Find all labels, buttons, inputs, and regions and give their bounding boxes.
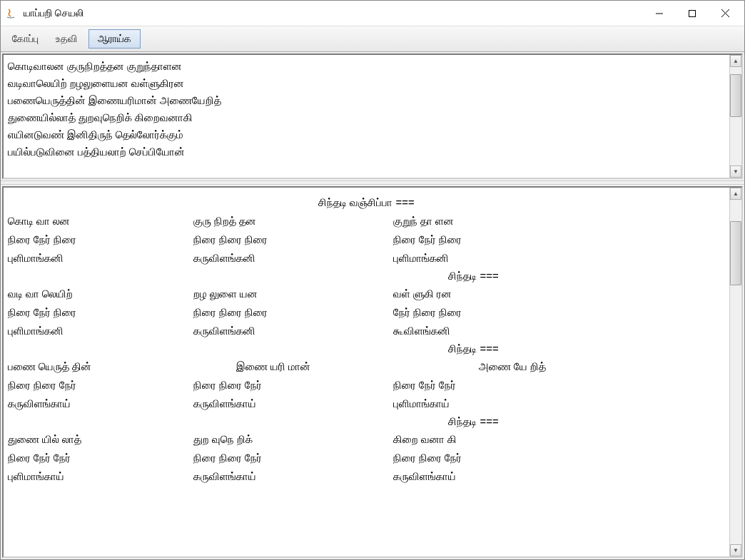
scroll-up-button[interactable]: ▲	[730, 188, 741, 200]
scroll-track[interactable]	[730, 200, 741, 544]
analysis-row: நிரை நேர் நேர்நிரை நிரை நேர்நிரை நிரை நே…	[8, 449, 725, 467]
titlebar: யாப்பறி செயலி	[1, 1, 744, 26]
window-controls	[643, 3, 741, 24]
analysis-cell: கூவிளங்கனி	[393, 322, 725, 340]
analysis-row: கருவிளங்காய்கருவிளங்காய்புளிமாங்காய்	[8, 394, 725, 413]
scroll-up-button[interactable]: ▲	[730, 55, 741, 67]
scroll-down-button[interactable]: ▼	[730, 166, 741, 178]
analysis-row: புளிமாங்கனிகருவிளங்கனிகூவிளங்கனி	[8, 322, 725, 340]
input-pane: கொடிவாலன குருநிறத்தன குறுந்தாளன வடிவாலெய…	[2, 54, 743, 179]
analysis-cell: நேர் நிரை நிரை	[393, 304, 725, 321]
analysis-cell: துணை யில் லாத்	[8, 431, 193, 448]
application-window: யாப்பறி செயலி கோப்பு உதவி ஆராய்க கொடிவால…	[0, 0, 745, 560]
analysis-cell: நிரை நிரை நிரை	[193, 304, 393, 321]
analysis-row: கொடி வா லனகுரு நிறத் தனகுறுந் தா ளன	[8, 212, 725, 230]
analysis-row: புளிமாங்கனிகருவிளங்கனிபுளிமாங்கனி	[8, 249, 725, 268]
svg-rect-1	[689, 10, 696, 16]
java-app-icon	[4, 6, 18, 21]
analysis-cell: நிரை நேர் நிரை	[8, 304, 193, 321]
scroll-track[interactable]	[730, 67, 741, 166]
analysis-cell: நிரை நிரை நேர்	[193, 377, 393, 394]
scroll-down-button[interactable]: ▼	[730, 544, 741, 556]
close-button[interactable]	[709, 3, 741, 24]
toolbar: கோப்பு உதவி ஆராய்க	[1, 26, 744, 52]
analysis-cell: கருவிளங்கனி	[193, 250, 393, 267]
analysis-cell: கருவிளங்காய்	[393, 468, 725, 485]
analysis-cell: நிரை நிரை நேர்	[393, 449, 725, 467]
menu-file[interactable]: கோப்பு	[4, 29, 47, 49]
block-separator: சிந்தடி ===	[8, 268, 725, 285]
analysis-cell: கருவிளங்காய்	[193, 395, 393, 412]
window-title: யாப்பறி செயலி	[24, 7, 643, 19]
analysis-cell: நிரை நிரை நிரை	[193, 231, 393, 248]
analysis-title: சிந்தடி வஞ்சிப்பா ===	[8, 190, 725, 212]
minimize-button[interactable]	[643, 3, 676, 24]
analysis-cell: புளிமாங்கனி	[8, 322, 193, 340]
analysis-cell: நிரை நிரை நேர்	[8, 377, 193, 394]
analysis-cell: துற வுநெ றிக்	[193, 431, 393, 448]
analysis-cell: றழ லுளை யன	[193, 285, 393, 302]
analysis-cell: கொடி வா லன	[8, 213, 193, 230]
analysis-cell: இணை யரி மான்	[236, 358, 479, 375]
input-scrollbar[interactable]: ▲ ▼	[729, 55, 741, 178]
split-pane: கொடிவாலன குருநிறத்தன குறுந்தாளன வடிவாலெய…	[1, 52, 744, 559]
analysis-cell: வடி வா லெயிற்	[8, 285, 193, 302]
output-scrollbar[interactable]: ▲ ▼	[729, 188, 741, 556]
analysis-cell: புளிமாங்காய்	[393, 395, 725, 412]
menu-help[interactable]: உதவி	[47, 29, 86, 49]
scroll-thumb[interactable]	[730, 221, 741, 285]
analysis-row: புளிமாங்காய்கருவிளங்காய்கருவிளங்காய்	[8, 467, 725, 486]
analysis-row: நிரை நிரை நேர்நிரை நிரை நேர்நிரை நேர் நே…	[8, 376, 725, 394]
analysis-cell: கிறை வனா கி	[393, 431, 725, 448]
analysis-cell: கருவிளங்காய்	[8, 395, 193, 412]
split-divider[interactable]	[1, 180, 744, 185]
analysis-cell: குறுந் தா ளன	[393, 213, 725, 230]
analysis-cell: வள் ளுகி ரன	[393, 285, 725, 302]
output-pane: சிந்தடி வஞ்சிப்பா ===கொடி வா லனகுரு நிறத…	[2, 186, 743, 558]
analysis-row: நிரை நேர் நிரைநிரை நிரை நிரைநேர் நிரை நி…	[8, 303, 725, 322]
output-textarea[interactable]: சிந்தடி வஞ்சிப்பா ===கொடி வா லனகுரு நிறத…	[4, 188, 729, 556]
block-separator: சிந்தடி ===	[8, 413, 725, 430]
analysis-row: துணை யில் லாத்துற வுநெ றிக்கிறை வனா கி	[8, 430, 725, 449]
analysis-cell: புளிமாங்காய்	[8, 468, 193, 485]
scroll-thumb[interactable]	[730, 74, 741, 117]
analysis-row: வடி வா லெயிற்றழ லுளை யனவள் ளுகி ரன	[8, 285, 725, 303]
analysis-cell: அணை யே றித்	[479, 358, 725, 375]
analysis-cell: நிரை நிரை நேர்	[193, 449, 393, 467]
block-separator: சிந்தடி ===	[8, 340, 725, 357]
analysis-cell: குரு நிறத் தன	[193, 213, 393, 230]
analysis-cell: பணை யெருத் தின்	[8, 358, 236, 375]
input-textarea[interactable]: கொடிவாலன குருநிறத்தன குறுந்தாளன வடிவாலெய…	[4, 55, 729, 178]
analysis-cell: புளிமாங்கனி	[393, 250, 725, 267]
analysis-cell: நிரை நேர் நேர்	[8, 449, 193, 467]
analysis-cell: கருவிளங்காய்	[193, 468, 393, 485]
maximize-button[interactable]	[676, 3, 709, 24]
analysis-cell: நிரை நேர் நிரை	[8, 231, 193, 248]
analysis-cell: கருவிளங்கனி	[193, 322, 393, 340]
analysis-row: பணை யெருத் தின்இணை யரி மான்அணை யே றித்	[8, 357, 725, 376]
analysis-cell: புளிமாங்கனி	[8, 250, 193, 267]
analysis-cell: நிரை நேர் நேர்	[393, 377, 725, 394]
analysis-cell: நிரை நேர் நிரை	[393, 231, 725, 248]
analysis-row: நிரை நேர் நிரைநிரை நிரை நிரைநிரை நேர் நி…	[8, 230, 725, 249]
analyze-button[interactable]: ஆராய்க	[88, 29, 141, 49]
